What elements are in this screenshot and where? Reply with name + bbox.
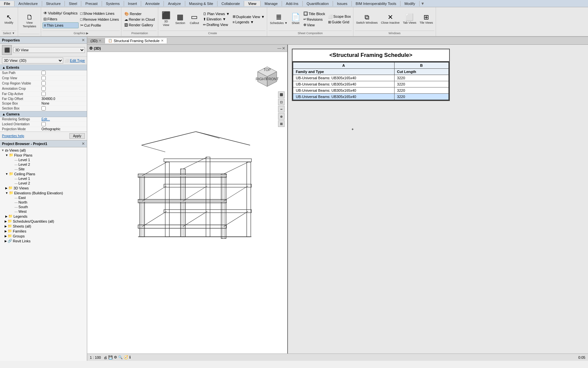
view-templates-button[interactable]: 🗋 ViewTemplates: [21, 13, 38, 29]
tab-modify[interactable]: Modify: [400, 1, 419, 6]
view-name-select[interactable]: 3D View: (3D): [2, 58, 63, 63]
schedule-empty-area[interactable]: ✦: [292, 101, 584, 233]
schedule-view[interactable]: <Structural Framing Schedule> A B Family…: [288, 45, 588, 354]
tree-item-revit-links[interactable]: ▶ 🔗 Revit Links: [1, 238, 86, 243]
tab-quantification[interactable]: Quantification: [303, 1, 333, 6]
plan-views-button[interactable]: 🗋 Plan Views ▼: [202, 12, 231, 16]
close-inactive-button[interactable]: ✕ Close Inactive: [380, 13, 401, 25]
3d-view-button[interactable]: ⬛ 3DView: [160, 11, 173, 28]
tab-systems[interactable]: Systems: [102, 1, 124, 6]
scope-box-button[interactable]: ⬜ Scope Box: [327, 14, 352, 19]
schedules-button[interactable]: ≣ Schedules ▼: [268, 13, 289, 26]
navigation-icon[interactable]: 🧭: [124, 355, 128, 359]
tab-issues[interactable]: Issues: [333, 1, 352, 6]
section-button[interactable]: ▦ Section: [174, 13, 187, 26]
callout-button[interactable]: ▭ Callout: [188, 13, 201, 26]
browser-close-button[interactable]: ✕: [82, 141, 85, 146]
print-icon[interactable]: 🖨: [104, 356, 107, 359]
tab-views-button[interactable]: ⬜ Tab Views: [401, 13, 418, 25]
tree-item-level1-cp[interactable]: — Level 1: [1, 176, 86, 181]
tab-schedule[interactable]: 📋 Structural Framing Schedule ✕: [105, 38, 167, 43]
sun-path-checkbox[interactable]: [41, 71, 46, 75]
tree-item-elevations[interactable]: ▼ 📁 Elevations (Building Elevation): [1, 190, 86, 195]
legends-button[interactable]: ≡ Legends ▼: [232, 20, 266, 24]
table-row-selected[interactable]: UB-Universal Beams: UB305x165x40 3220: [293, 94, 449, 100]
render-cloud-button[interactable]: ☁ Render in Cloud: [123, 17, 156, 22]
tab-add-ins[interactable]: Add-Ins: [282, 1, 303, 6]
tree-item-views-all[interactable]: ▼ 🗁 Views (all): [1, 148, 86, 153]
apply-button[interactable]: Apply: [69, 133, 85, 139]
filters-button[interactable]: ⊟ Filters: [42, 16, 79, 22]
section-box-ctrl[interactable]: ⊠: [278, 120, 285, 127]
tab-steel[interactable]: Steel: [65, 1, 81, 6]
view-ref-button[interactable]: ⊕ View: [302, 22, 326, 27]
tab-annotate[interactable]: Annotate: [141, 1, 164, 6]
view-type-select[interactable]: 3D View: [13, 47, 85, 53]
drafting-view-button[interactable]: ✏ Drafting View: [202, 22, 231, 27]
save-icon[interactable]: 💾: [108, 355, 113, 359]
tab-schedule-close[interactable]: ✕: [161, 39, 164, 42]
view-3d[interactable]: ⚙ (3D) — ✕: [87, 45, 288, 354]
tab-view[interactable]: View: [244, 1, 261, 6]
camera-section-header[interactable]: ▲ Camera: [0, 111, 87, 117]
render-gallery-button[interactable]: 🖼 Render Gallery: [123, 23, 154, 27]
tab-structure[interactable]: Structure: [42, 1, 65, 6]
tree-item-schedules[interactable]: ▶ 📁 Schedules/Quantities (all): [1, 219, 86, 224]
crop-region-checkbox[interactable]: [41, 81, 46, 86]
modify-button[interactable]: ↖ Modify: [2, 13, 15, 25]
tree-item-families[interactable]: ▶ 📁 Families: [1, 229, 86, 233]
show-hidden-button[interactable]: □ Show Hidden Lines: [79, 11, 120, 16]
tree-item-site[interactable]: — Site: [1, 167, 86, 171]
tab-3d[interactable]: (3D) ✕: [87, 38, 105, 43]
tree-item-groups[interactable]: ▶ 📁 Groups: [1, 233, 86, 238]
table-row[interactable]: UB-Universal Beams: UB305x165x40 3220: [293, 87, 449, 94]
zoom-in-button[interactable]: ⊞: [278, 91, 285, 98]
tab-bim[interactable]: BIM Interoperability Tools: [352, 1, 400, 6]
table-row[interactable]: UB-Universal Beams: UB305x165x40 3220: [293, 81, 449, 87]
tree-item-east[interactable]: — East: [1, 195, 86, 200]
info-icon[interactable]: ℹ: [129, 355, 131, 359]
guide-grid-button[interactable]: ⊞ Guide Grid: [327, 20, 352, 25]
tree-item-floor-plans[interactable]: ▼ 📁 Floor Plans: [1, 153, 86, 158]
tab-massing[interactable]: Massing & Site: [185, 1, 217, 6]
view-3d-close[interactable]: ✕: [282, 46, 285, 51]
tree-item-ceiling-plans[interactable]: ▼ 📁 Ceiling Plans: [1, 171, 86, 176]
properties-help-link[interactable]: Properties help: [2, 134, 24, 138]
settings-status-icon[interactable]: ⚙: [114, 355, 117, 359]
view-cube-button[interactable]: ⊕: [278, 113, 285, 120]
crop-view-checkbox[interactable]: [41, 76, 46, 80]
table-row[interactable]: UB-Universal Beams: UB305x165x40 3220: [293, 75, 449, 81]
elevation-button[interactable]: ⬆ Elevation ▼: [202, 17, 231, 22]
tile-views-button[interactable]: ⊞ Tile Views: [418, 13, 434, 25]
zoom-extent-button[interactable]: ⊡: [278, 99, 285, 105]
properties-scroll-area[interactable]: ▲ Extents Sun Path Crop View Crop Region…: [0, 65, 87, 132]
tab-file[interactable]: File: [0, 1, 14, 6]
far-clip-active-checkbox[interactable]: [41, 92, 46, 96]
tree-item-north[interactable]: — North: [1, 200, 86, 205]
switch-windows-button[interactable]: ⧉ Switch Windows: [355, 13, 379, 25]
tree-item-3d-views[interactable]: ▶ 📁 3D Views: [1, 185, 86, 190]
tab-3d-close[interactable]: ✕: [99, 39, 101, 42]
rendering-edit-link[interactable]: Edit...: [41, 117, 50, 121]
revisions-button[interactable]: ↩ Revisions: [302, 17, 326, 22]
tree-item-level1-fp[interactable]: — Level 1: [1, 158, 86, 162]
tab-collaborate[interactable]: Collaborate: [217, 1, 244, 6]
remove-hidden-button[interactable]: □ Remove Hidden Lines: [79, 17, 120, 22]
sheet-button[interactable]: 📄 Sheet: [290, 13, 301, 26]
tab-analyze[interactable]: Analyze: [164, 1, 185, 6]
locked-orientation-checkbox[interactable]: [41, 122, 46, 126]
tree-item-sheets[interactable]: ▶ 📁 Sheets (all): [1, 224, 86, 229]
tab-manage[interactable]: Manage: [261, 1, 282, 6]
view-3d-minimize[interactable]: —: [277, 46, 281, 51]
render-button[interactable]: 🎨 Render: [123, 12, 142, 16]
duplicate-view-button[interactable]: ⊞ Duplicate View ▼: [232, 14, 266, 19]
nav-cube[interactable]: TOP FRONT RIGHT: [255, 65, 279, 89]
cut-profile-button[interactable]: ✂ Cut Profile: [79, 23, 120, 28]
tree-item-south[interactable]: — South: [1, 205, 86, 209]
zoom-out-button[interactable]: −: [278, 106, 285, 112]
tab-architecture[interactable]: Architecture: [14, 1, 42, 6]
tree-item-west[interactable]: — West: [1, 209, 86, 214]
browser-content[interactable]: ▼ 🗁 Views (all) ▼ 📁 Floor Plans — Level …: [0, 147, 87, 361]
properties-close-button[interactable]: ✕: [82, 38, 85, 42]
tree-item-legends[interactable]: ▶ 📁 Legends: [1, 214, 86, 219]
